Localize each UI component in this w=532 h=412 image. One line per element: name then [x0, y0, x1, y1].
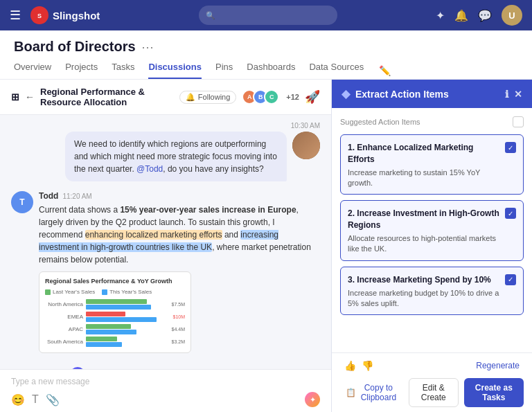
legend-dot-green	[45, 289, 51, 295]
logo-icon: S	[30, 6, 48, 24]
bar-apac-last	[86, 324, 131, 329]
copy-icon: 📋	[346, 388, 356, 397]
extract-panel-header: ◆ Extract Action Items ℹ ✕	[332, 80, 532, 108]
user-avatar-msg	[292, 132, 320, 159]
page-tabs: Overview Projects Tasks Discussions Pins…	[14, 62, 518, 79]
attach-icon[interactable]: 📎	[46, 393, 60, 406]
user-avatar[interactable]: U	[502, 5, 522, 26]
todd-avatar: T	[11, 191, 33, 213]
app-name: Slingshot	[53, 10, 100, 21]
suggested-label: Suggested Action Items	[340, 116, 524, 127]
back-arrow-icon[interactable]: ←	[25, 91, 35, 102]
action-item-1-checkbox[interactable]: ✓	[505, 142, 516, 153]
action-item-2-title: 2. Increase Investment in High-Growth Re…	[348, 208, 499, 231]
regenerate-button[interactable]: Regenerate	[476, 361, 520, 370]
chart-title: Regional Sales Performance & YoY Growth	[45, 278, 185, 285]
chat-nav-icon[interactable]: 💬	[478, 9, 492, 22]
message-bubble-1: We need to identify which regions are ou…	[65, 132, 287, 181]
legend-dot-blue	[102, 289, 107, 295]
mention-todd: @Todd	[136, 164, 163, 174]
nav-icons-group: ✦ 🔔 💬 U	[436, 5, 522, 26]
page-options-icon[interactable]: ⋯	[141, 39, 154, 55]
copy-label: Copy to Clipboard	[360, 383, 398, 402]
action-item-2-desc: Allocate resources to high-potential mar…	[348, 233, 499, 255]
rocket-icon[interactable]: 🚀	[305, 89, 320, 105]
bar-label-sa: South America	[45, 339, 83, 345]
bell-icon[interactable]: 🔔	[454, 9, 468, 22]
bar-sa-this	[86, 342, 122, 347]
action-item-2-checkbox[interactable]: ✓	[505, 208, 516, 219]
extract-panel: ◆ Extract Action Items ℹ ✕ Suggested Act…	[331, 80, 532, 412]
extract-body: Suggested Action Items 1. Enhance Locali…	[332, 108, 532, 352]
following-label: Following	[198, 93, 230, 101]
close-icon[interactable]: ✕	[514, 89, 522, 100]
legend-lastyear: Last Year's Sales	[45, 289, 95, 295]
action-item-3-checkbox[interactable]: ✓	[505, 274, 516, 285]
bar-na-last	[86, 299, 147, 304]
edit-create-button[interactable]: Edit & Create	[409, 378, 459, 407]
following-button[interactable]: 🔔 Following	[179, 91, 236, 104]
emoji-input-icon[interactable]: 😊	[11, 393, 25, 406]
hamburger-menu[interactable]: ☰	[10, 8, 21, 23]
regional-chart: Regional Sales Performance & YoY Growth …	[39, 271, 191, 353]
avatar-group: A B C	[242, 89, 279, 105]
create-tasks-button[interactable]: Create as Tasks	[464, 378, 524, 407]
tab-overview[interactable]: Overview	[14, 62, 51, 79]
tab-datasources[interactable]: Data Sources	[309, 62, 364, 79]
legend-thisyear: This Year's Sales	[102, 289, 152, 295]
extract-ai-diamond-icon: ◆	[342, 87, 350, 100]
bar-sa-last	[86, 337, 117, 341]
select-all-checkbox[interactable]	[513, 116, 524, 127]
tab-discussions[interactable]: Discussions	[148, 62, 202, 79]
action-item-1-desc: Increase marketing to sustain 15% YoY gr…	[348, 168, 499, 189]
extract-footer: 👍 👎 Regenerate 📋 Copy to Clipboard Edit …	[332, 352, 532, 412]
page-title-row: Board of Directors ⋯	[14, 39, 518, 55]
bar-label-emea: EMEA	[45, 314, 83, 320]
grid-view-icon[interactable]: ⊞	[11, 91, 19, 102]
ai-input-sparkle-icon[interactable]: ✦	[305, 392, 320, 407]
todd-name: Todd	[39, 191, 58, 201]
svg-text:S: S	[37, 12, 42, 19]
tab-dashboards[interactable]: Dashboards	[247, 62, 295, 79]
bar-na-this	[86, 305, 151, 310]
sparkle-nav-icon[interactable]: ✦	[436, 9, 445, 22]
avatar-3: C	[264, 89, 279, 105]
discussion-header-icons: 🔔 Following A B C +12 🚀	[179, 89, 320, 105]
action-item-2-content: 2. Increase Investment in High-Growth Re…	[348, 208, 499, 254]
action-item-1-title: 1. Enhance Localized Marketing Efforts	[348, 142, 499, 165]
chart-legend: Last Year's Sales This Year's Sales	[45, 289, 185, 295]
avatar-more-count: +12	[286, 93, 299, 101]
messages-area[interactable]: 10:30 AM We need to identify which regio…	[0, 115, 331, 369]
discussion-title: Regional Performance & Resource Allocati…	[40, 87, 174, 107]
app-logo: S Slingshot	[30, 6, 100, 24]
action-item-1: 1. Enhance Localized Marketing Efforts I…	[340, 134, 524, 195]
bar-apac-this	[86, 330, 136, 334]
top-navigation: ☰ S Slingshot 🔍 ✦ 🔔 💬 U	[0, 0, 532, 30]
thumbup-icon[interactable]: 👍	[344, 360, 356, 371]
action-item-3-title: 3. Increase Marketing Spend by 10%	[348, 274, 499, 286]
bar-southamerica: South America $3.2M	[45, 337, 185, 347]
text-format-icon[interactable]: T	[32, 393, 39, 406]
regenerate-row: 👍 👎 Regenerate	[340, 360, 524, 371]
page-title: Board of Directors	[14, 39, 136, 55]
tab-pins[interactable]: Pins	[215, 62, 233, 79]
bar-label-na: North America	[45, 301, 83, 307]
tab-projects[interactable]: Projects	[65, 62, 98, 79]
message-input-area: Type a new message 😊 T 📎 ✦	[0, 369, 331, 412]
thumbdown-icon[interactable]: 👎	[362, 360, 373, 371]
msg-time-1: 10:30 AM	[291, 122, 320, 129]
info-icon[interactable]: ℹ	[505, 89, 508, 100]
action-item-1-content: 1. Enhance Localized Marketing Efforts I…	[348, 142, 499, 188]
bar-chart: North America $7.5M EMEA	[45, 299, 185, 347]
action-item-3: 3. Increase Marketing Spend by 10% Incre…	[340, 267, 524, 316]
page-header: Board of Directors ⋯ Overview Projects T…	[0, 30, 532, 80]
bar-emea-this	[86, 317, 157, 322]
nav-search[interactable]: 🔍	[199, 6, 337, 25]
tab-tasks[interactable]: Tasks	[112, 62, 134, 79]
legend-label-lastyear: Last Year's Sales	[53, 289, 95, 295]
edit-tabs-icon[interactable]: ✏️	[379, 65, 391, 76]
todd-time: 11:20 AM	[62, 192, 91, 200]
input-placeholder[interactable]: Type a new message	[11, 377, 320, 386]
copy-clipboard-button[interactable]: 📋 Copy to Clipboard	[340, 379, 403, 406]
extract-panel-title: Extract Action Items	[355, 89, 449, 100]
